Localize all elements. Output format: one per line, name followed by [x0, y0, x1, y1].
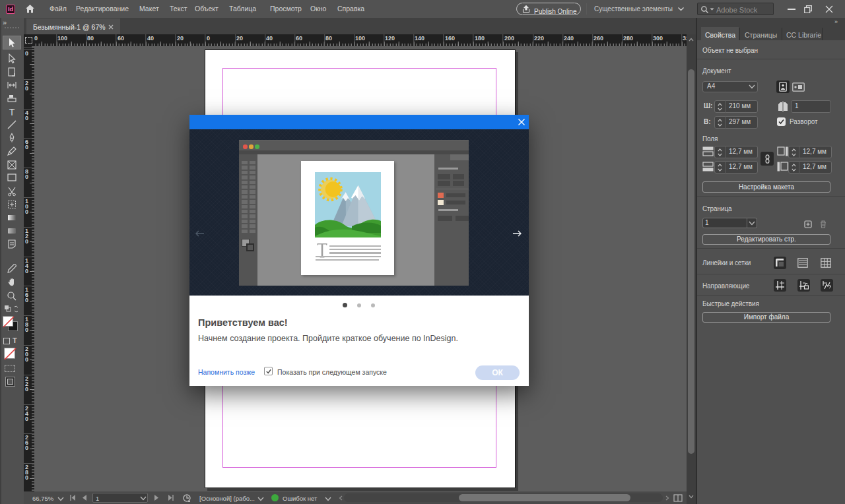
svg-text:T: T [9, 107, 15, 117]
